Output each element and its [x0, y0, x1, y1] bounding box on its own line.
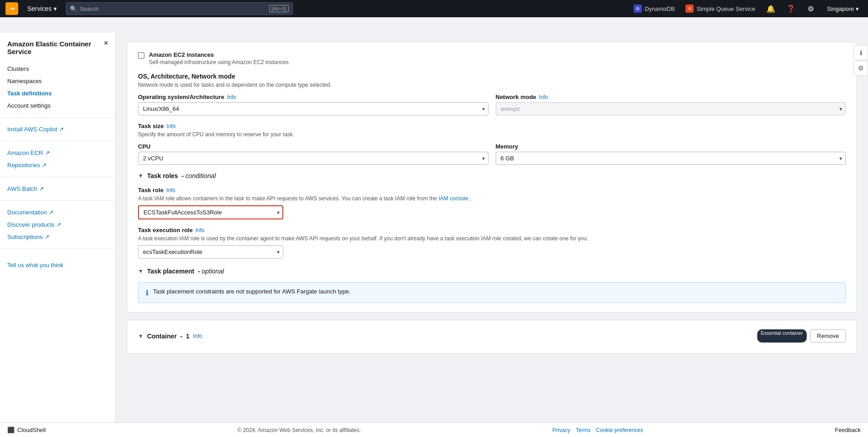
tell-us-link[interactable]: Tell us what you think	[0, 254, 115, 276]
essential-container-badge[interactable]: Essential container	[757, 329, 807, 343]
os-field-label: Operating system/Architecture Info	[138, 94, 488, 100]
task-role-desc: A task IAM role allows containers in the…	[138, 195, 846, 202]
cpu-field-group: CPU 0.25 vCPU 0.5 vCPU 1 vCPU 2 vCPU 4 v…	[138, 143, 488, 165]
sidebar-item-clusters[interactable]: Clusters	[0, 63, 115, 75]
sidebar-item-task-definitions-label: Task definitions	[7, 90, 52, 97]
container-info-link[interactable]: Info	[193, 333, 202, 339]
cloudshell-button[interactable]: ⬛ CloudShell	[7, 427, 46, 433]
memory-select[interactable]: 1 GB 2 GB 3 GB 4 GB 5 GB 6 GB 7 GB 8 GB	[496, 152, 846, 165]
region-selector[interactable]: Singapore ▾	[824, 4, 863, 14]
sidebar-link-repositories-label: Repositories	[7, 162, 40, 169]
sidebar-link-install-copilot-label: Install AWS Copilot	[7, 126, 57, 133]
dynamodb-icon: D	[634, 5, 642, 13]
container-section: ▼ Container - 1 Info Essential container…	[127, 320, 857, 354]
task-placement-info-box: ℹ Task placement constraints are not sup…	[138, 282, 846, 303]
ec2-section: Amazon EC2 instances Self-managed infras…	[127, 42, 857, 313]
aws-logo[interactable]	[5, 2, 18, 15]
sidebar-item-clusters-label: Clusters	[7, 65, 29, 72]
task-role-select-wrapper: None ECSTaskFullAccessToS3Role ▾	[138, 205, 283, 219]
task-role-info-link[interactable]: Info	[166, 187, 175, 194]
external-link-icon: ↗	[59, 126, 64, 133]
cpu-select[interactable]: 0.25 vCPU 0.5 vCPU 1 vCPU 2 vCPU 4 vCPU …	[138, 152, 488, 165]
task-execution-role-select-wrapper: ecsTaskExecutionRole Create new role ▾	[138, 245, 283, 258]
sidebar-link-amazon-ecr[interactable]: Amazon ECR ↗	[0, 147, 115, 159]
network-field-label: Network mode Info	[496, 94, 846, 100]
external-link-icon-6: ↗	[56, 221, 61, 228]
sidebar-title-text: Amazon Elastic Container Service	[7, 40, 104, 55]
task-size-section: Task size Info Specify the amount of CPU…	[138, 123, 846, 165]
external-link-icon-7: ↗	[44, 233, 49, 240]
task-roles-section: ▼ Task roles - conditional Task role Inf…	[138, 172, 846, 258]
cpu-memory-row: CPU 0.25 vCPU 0.5 vCPU 1 vCPU 2 vCPU 4 v…	[138, 143, 846, 165]
ec2-desc: Self-managed infrastructure using Amazon…	[149, 59, 290, 65]
ec2-row: Amazon EC2 instances Self-managed infras…	[138, 51, 846, 65]
bottom-bar: ⬛ CloudShell © 2024, Amazon Web Services…	[0, 422, 868, 437]
recent-service-dynamodb[interactable]: D DynamoDB	[631, 3, 677, 15]
sidebar-link-install-copilot[interactable]: Install AWS Copilot ↗	[0, 123, 115, 135]
container-collapse-icon[interactable]: ▼	[138, 333, 143, 339]
sidebar-link-aws-batch[interactable]: AWS Batch ↗	[0, 183, 115, 195]
task-size-info-link[interactable]: Info	[167, 123, 176, 129]
sidebar-link-documentation[interactable]: Documentation ↗	[0, 206, 115, 218]
search-icon: 🔍	[70, 5, 77, 12]
feedback-button[interactable]: Feedback	[835, 427, 861, 433]
container-title: Container - 1	[147, 333, 189, 340]
os-select[interactable]: Linux/X86_64 Linux/ARM64 Windows Server …	[138, 102, 488, 115]
footer-privacy-link[interactable]: Privacy	[552, 427, 570, 433]
task-role-label: Task role Info	[138, 187, 846, 194]
feedback-label: Feedback	[835, 427, 861, 433]
task-execution-role-label: Task execution role Info	[138, 227, 846, 233]
ec2-checkbox[interactable]	[138, 52, 144, 59]
sidebar-item-namespaces-label: Namespaces	[7, 78, 42, 84]
help-icon[interactable]: ❓	[784, 1, 798, 16]
terminal-icon: ⬛	[7, 427, 15, 433]
sidebar-close-button[interactable]: ×	[104, 39, 108, 47]
external-link-icon-5: ↗	[49, 209, 54, 216]
side-info-button[interactable]: ℹ	[853, 45, 868, 60]
recent-service-sqs[interactable]: S Simple Queue Service	[683, 3, 758, 15]
sidebar-link-repositories[interactable]: Repositories ↗	[0, 159, 115, 171]
sidebar-link-subscriptions[interactable]: Subscriptions ↗	[0, 231, 115, 243]
task-placement-collapse-icon[interactable]: ▼	[138, 268, 143, 274]
services-button[interactable]: Services ▾	[24, 3, 60, 14]
notifications-icon[interactable]: 🔔	[764, 1, 778, 16]
network-select: awsvpc	[496, 102, 846, 115]
side-actions: ℹ ⚙	[853, 45, 868, 75]
sidebar-link-amazon-ecr-label: Amazon ECR	[7, 149, 43, 156]
task-placement-suffix: optional	[202, 268, 224, 275]
side-settings-button[interactable]: ⚙	[853, 61, 868, 75]
side-info-icon: ℹ	[860, 49, 862, 56]
region-chevron-icon: ▾	[856, 5, 859, 12]
task-execution-role-select[interactable]: ecsTaskExecutionRole Create new role	[138, 245, 283, 258]
sqs-label: Simple Queue Service	[696, 5, 755, 12]
sidebar-item-task-definitions[interactable]: Task definitions	[0, 87, 115, 99]
settings-icon[interactable]: ⚙	[804, 1, 818, 16]
sidebar-link-aws-batch-label: AWS Batch	[7, 185, 37, 192]
task-role-select[interactable]: None ECSTaskFullAccessToS3Role	[138, 205, 283, 219]
task-execution-role-info-link[interactable]: Info	[195, 227, 204, 233]
top-navigation: Services ▾ 🔍 [Alt+S] D DynamoDB S Simple…	[0, 0, 868, 17]
task-roles-collapse-icon[interactable]: ▼	[138, 173, 143, 179]
sidebar-item-namespaces[interactable]: Namespaces	[0, 75, 115, 87]
task-placement-section: ▼ Task placement - optional ℹ Task place…	[138, 268, 846, 303]
task-roles-title: Task roles - conditional	[147, 172, 216, 179]
sidebar-link-discover-products[interactable]: Discover products ↗	[0, 218, 115, 231]
sidebar-item-account-settings[interactable]: Account settings	[0, 99, 115, 112]
footer-copyright: © 2024, Amazon Web Services, Inc. or its…	[237, 427, 361, 433]
footer-terms-link[interactable]: Terms	[576, 427, 591, 433]
task-placement-header: ▼ Task placement - optional	[138, 268, 846, 275]
search-bar[interactable]: 🔍 [Alt+S]	[66, 2, 293, 15]
region-label: Singapore	[827, 5, 854, 12]
os-info-link[interactable]: Info	[227, 94, 236, 100]
search-input[interactable]	[80, 5, 266, 12]
cpu-select-wrapper: 0.25 vCPU 0.5 vCPU 1 vCPU 2 vCPU 4 vCPU …	[138, 152, 488, 165]
sidebar-link-subscriptions-label: Subscriptions	[7, 233, 43, 240]
remove-container-button[interactable]: Remove	[810, 329, 846, 343]
external-link-icon-2: ↗	[45, 149, 50, 156]
footer-cookie-link[interactable]: Cookie preferences	[596, 427, 643, 433]
sqs-icon: S	[686, 5, 694, 13]
sidebar-link-documentation-label: Documentation	[7, 209, 47, 216]
os-select-wrapper: Linux/X86_64 Linux/ARM64 Windows Server …	[138, 102, 488, 115]
iam-console-link[interactable]: IAM console	[439, 195, 469, 202]
network-info-link[interactable]: Info	[539, 94, 548, 100]
